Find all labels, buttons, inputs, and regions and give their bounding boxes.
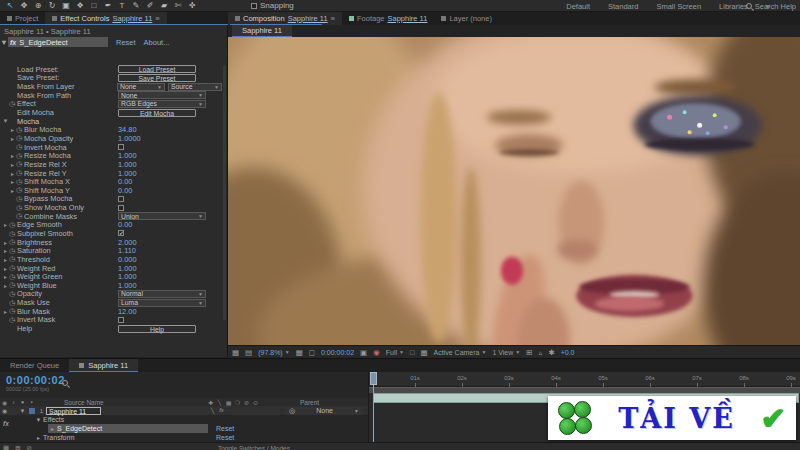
param-value[interactable]: 2.000 [118, 238, 137, 247]
share-icon[interactable]: ▦ [232, 348, 239, 357]
stopwatch-icon[interactable]: ◷ [16, 204, 24, 212]
expand-arrow-icon[interactable]: ▸ [2, 221, 9, 228]
param-value[interactable]: 1.000 [118, 151, 137, 160]
param-checkbox[interactable] [118, 317, 124, 323]
expand-arrow-icon[interactable]: ▸ [9, 170, 16, 177]
stopwatch-icon[interactable]: ◷ [9, 290, 17, 298]
expand-arrow-icon[interactable]: ▸ [2, 247, 9, 254]
layer-name[interactable]: Sapphire 11 [46, 407, 101, 415]
save-preset-button[interactable]: Save Preset [118, 74, 196, 82]
expand-arrow-icon[interactable]: ▼ [34, 417, 43, 423]
reset-link[interactable]: Reset [116, 38, 136, 47]
zoom-tool-tool-icon[interactable]: ⊕ [31, 0, 45, 12]
expand-arrow-icon[interactable]: ▸ [2, 265, 9, 272]
magnification-dropdown[interactable]: (97.8%) ▼ [258, 349, 289, 356]
gear-icon[interactable]: ✱ [548, 348, 554, 357]
load-preset-button[interactable]: Load Preset [118, 65, 196, 73]
expand-arrow-icon[interactable]: ▸ [2, 239, 9, 246]
roto-brush-tool-icon[interactable]: ✄ [171, 0, 185, 12]
workspace-libraries[interactable]: Libraries [719, 2, 748, 11]
tab-footage[interactable]: FootageSapphire 11 [342, 12, 434, 25]
param-value[interactable]: 1.000 [118, 264, 137, 273]
layer-expand-arrow[interactable]: ▼ [18, 408, 27, 414]
param-value[interactable]: 0.00 [118, 220, 132, 229]
pan-behind-tool-icon[interactable]: ❖ [73, 0, 87, 12]
fast-previews-icon[interactable]: ▵ [539, 348, 543, 357]
pixel-aspect-icon[interactable]: ⊞ [526, 348, 532, 357]
param-value[interactable]: 1.000 [118, 160, 137, 169]
clone-stamp-tool-icon[interactable]: ✐ [143, 0, 157, 12]
stopwatch-icon[interactable]: ◷ [9, 255, 17, 263]
param-value[interactable]: 12.00 [118, 307, 137, 316]
param-value[interactable]: 1.000 [118, 281, 137, 290]
stopwatch-icon[interactable]: ◷ [16, 195, 24, 203]
panel-menu-icon[interactable]: ≡ [331, 14, 335, 23]
param-value[interactable]: 0.00 [118, 177, 132, 186]
hand-tool-icon[interactable]: ✥ [17, 0, 31, 12]
mask-visibility-icon[interactable]: ◻ [309, 348, 315, 357]
time-ruler[interactable]: 01s02s03s04s05s06s07s08s09s [369, 372, 800, 387]
stopwatch-icon[interactable]: ◷ [9, 299, 17, 307]
stopwatch-icon[interactable]: ◷ [9, 247, 17, 255]
grid-guides-icon[interactable]: ▦ [296, 348, 303, 357]
exposure-value[interactable]: +0.0 [561, 349, 575, 356]
stopwatch-icon[interactable]: ◷ [9, 307, 17, 315]
stopwatch-icon[interactable]: ◷ [16, 160, 24, 168]
stopwatch-icon[interactable]: ◷ [9, 221, 17, 229]
scrollbar[interactable] [223, 65, 226, 320]
param-dropdown-2[interactable]: Source▼ [168, 83, 222, 91]
param-value[interactable]: 34.80 [118, 125, 137, 134]
composition-image[interactable] [228, 37, 800, 345]
panel-menu-icon[interactable]: ≡ [155, 14, 159, 23]
expand-arrow-icon[interactable]: ▸ [2, 256, 9, 263]
pickwhip-icon[interactable]: ◎ [289, 407, 295, 415]
timeline-tab-sapphire-11[interactable]: Sapphire 11 [69, 359, 138, 372]
property-row-s-edgedetect[interactable]: ▸S_EdgeDetectReset [0, 424, 368, 433]
expand-layers-icon[interactable]: ▦ [3, 444, 9, 450]
stopwatch-icon[interactable]: ◷ [9, 273, 17, 281]
param-checkbox[interactable] [118, 205, 124, 211]
download-banner[interactable]: TẢI VỀ ✔ [548, 396, 796, 440]
camera-tool-tool-icon[interactable]: ▣ [59, 0, 73, 12]
expand-arrow-icon[interactable]: ▸ [9, 161, 16, 168]
param-value[interactable]: 1.000 [118, 272, 137, 281]
expand-arrow-icon[interactable]: ▸ [48, 425, 57, 432]
stopwatch-icon[interactable]: ◷ [16, 152, 24, 160]
workspace-small-screen[interactable]: Small Screen [656, 2, 701, 11]
param-dropdown[interactable]: None▼ [118, 91, 206, 99]
parent-dropdown[interactable]: ◎ None ▼ [286, 407, 362, 415]
group-caret-icon[interactable]: ▼ [2, 118, 9, 124]
param-dropdown[interactable]: None▼ [117, 83, 165, 91]
quality-icon[interactable]: ╲ [208, 407, 217, 414]
about-link[interactable]: About... [144, 38, 170, 47]
stopwatch-icon[interactable]: ◷ [9, 238, 17, 246]
monitor-icon[interactable]: ▤ [245, 348, 252, 357]
param-value[interactable]: 1.110 [118, 246, 136, 255]
workspace-standard[interactable]: Standard [608, 2, 638, 11]
camera-dropdown[interactable]: Active Camera ▼ [434, 349, 487, 356]
toggle-switches-modes-button[interactable]: Toggle Switches / Modes [218, 445, 290, 450]
param-checkbox[interactable]: ✓ [118, 230, 124, 236]
workspace-default[interactable]: Default [566, 2, 590, 11]
source-name-column[interactable]: Source Name [64, 399, 104, 406]
parent-column[interactable]: Parent [300, 399, 319, 406]
layer-row[interactable]: ◉ ▼ 1 Sapphire 11 ╲ fx ◎ None ▼ [0, 406, 368, 415]
snapping-toggle[interactable]: Snapping [251, 1, 294, 10]
expand-arrow-icon[interactable]: ▸ [2, 308, 9, 315]
param-checkbox[interactable] [118, 144, 124, 150]
eye-icon[interactable]: ◉ [0, 407, 9, 414]
expand-arrow-icon[interactable]: ▸ [9, 126, 16, 133]
expand-arrow-icon[interactable]: ▸ [2, 282, 9, 289]
timeline-search[interactable] [62, 379, 68, 388]
playhead[interactable] [370, 372, 377, 385]
expand-arrow-icon[interactable]: ▸ [2, 273, 9, 280]
param-value[interactable]: 0.00 [118, 186, 132, 195]
stopwatch-icon[interactable]: ◷ [16, 126, 24, 134]
snapping-checkbox[interactable] [251, 3, 257, 9]
property-row-transform[interactable]: ▸TransformReset [0, 433, 368, 442]
roi-icon[interactable]: □ [410, 348, 415, 357]
stopwatch-icon[interactable]: ◷ [16, 212, 24, 220]
param-value[interactable]: 0.000 [118, 255, 137, 264]
expand-inout-icon[interactable]: ⊞ [15, 444, 20, 450]
collapse-arrow-icon[interactable]: ▼ [0, 38, 8, 47]
